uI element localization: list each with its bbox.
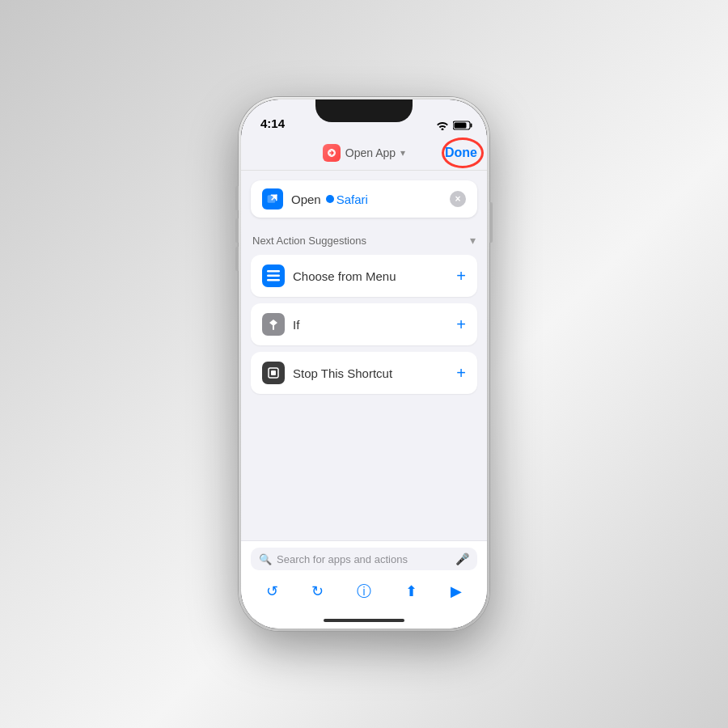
undo-button[interactable]: ↺ [260, 579, 285, 603]
open-safari-card[interactable]: Open Safari × [251, 180, 477, 218]
if-icon-svg [268, 319, 279, 330]
header-bar: Open App ▾ Done [241, 135, 487, 171]
stop-shortcut-icon [262, 362, 285, 384]
screen: 4:14 [241, 99, 487, 629]
suggestion-item-stop-shortcut[interactable]: Stop This Shortcut + [251, 352, 477, 394]
menu-icon-svg [267, 270, 280, 281]
header-title-text: Open App [345, 146, 396, 159]
suggestions-header: Next Action Suggestions ▾ [251, 231, 477, 255]
stop-shortcut-label: Stop This Shortcut [293, 366, 456, 380]
choose-from-menu-icon [262, 265, 285, 287]
choose-from-menu-add-button[interactable]: + [456, 267, 466, 286]
header-chevron-icon: ▾ [400, 147, 405, 159]
suggestions-section: Next Action Suggestions ▾ Choose fr [251, 231, 477, 394]
info-button[interactable]: ⓘ [350, 578, 378, 604]
if-icon [262, 313, 285, 336]
choose-from-menu-label: Choose from Menu [293, 269, 456, 283]
open-icon-svg [266, 193, 279, 205]
if-label: If [293, 318, 456, 332]
phone-frame: 4:14 [239, 97, 489, 631]
search-placeholder: Search for apps and actions [277, 553, 451, 565]
open-safari-icon [262, 188, 283, 210]
wifi-icon [436, 121, 449, 130]
svg-rect-2 [455, 123, 467, 129]
done-button[interactable]: Done [445, 146, 477, 160]
header-title-group: Open App ▾ [323, 144, 405, 162]
bottom-area: 🔍 Search for apps and actions 🎤 ↺ ↻ ⓘ ⬆ … [241, 540, 487, 612]
stop-icon-svg [268, 367, 279, 379]
safari-label: Safari [326, 193, 368, 206]
home-bar [324, 619, 404, 622]
content-area[interactable]: Open Safari × Next Action Suggestions ▾ [241, 171, 487, 540]
action-card-content: Open Safari [291, 193, 450, 206]
status-icons [436, 121, 472, 130]
svg-rect-5 [267, 275, 280, 277]
battery-icon [453, 121, 472, 130]
suggestions-chevron-icon: ▾ [470, 234, 476, 247]
close-card-button[interactable]: × [450, 191, 466, 207]
svg-rect-4 [267, 270, 280, 273]
stop-shortcut-add-button[interactable]: + [456, 364, 466, 383]
mic-icon[interactable]: 🎤 [455, 552, 469, 565]
suggestion-item-if[interactable]: If + [251, 303, 477, 345]
app-icon-svg [326, 147, 337, 159]
safari-dot [326, 195, 334, 203]
status-bar: 4:14 [241, 99, 487, 135]
suggestions-title: Next Action Suggestions [252, 235, 366, 247]
home-indicator [241, 612, 487, 629]
open-label: Open [291, 193, 321, 206]
suggestion-item-choose-from-menu[interactable]: Choose from Menu + [251, 255, 477, 297]
redo-button[interactable]: ↻ [305, 579, 330, 603]
svg-rect-1 [471, 124, 472, 128]
svg-rect-6 [267, 279, 280, 281]
share-button[interactable]: ⬆ [399, 579, 424, 603]
safari-name: Safari [336, 193, 368, 206]
notch [315, 99, 413, 122]
open-app-icon [323, 144, 341, 162]
search-icon: 🔍 [259, 553, 272, 565]
phone-inner: 4:14 [241, 99, 487, 629]
toolbar-buttons: ↺ ↻ ⓘ ⬆ ▶ [241, 577, 487, 609]
search-bar[interactable]: 🔍 Search for apps and actions 🎤 [251, 548, 477, 570]
svg-rect-8 [271, 370, 276, 375]
play-button[interactable]: ▶ [444, 579, 468, 603]
if-add-button[interactable]: + [456, 315, 466, 334]
